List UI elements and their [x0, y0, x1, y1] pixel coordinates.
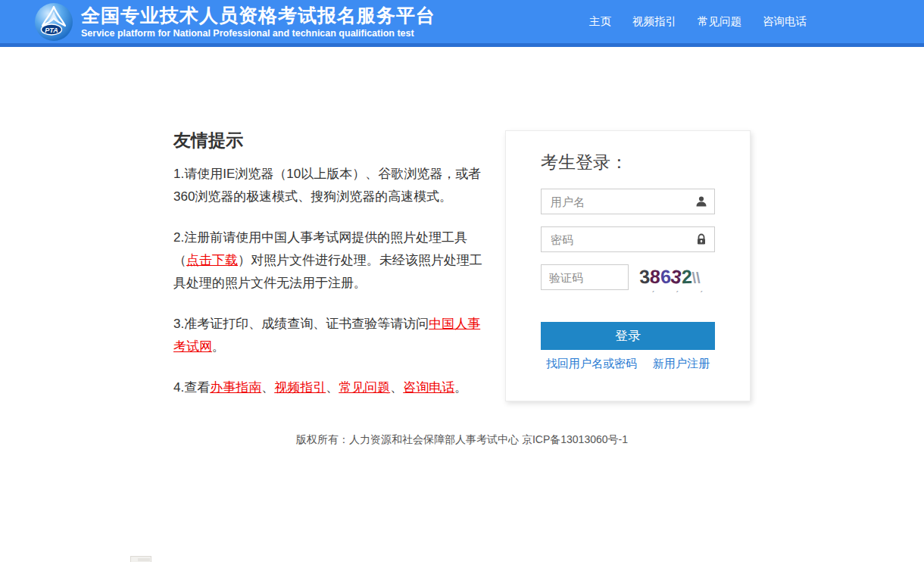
- header-titles: 全国专业技术人员资格考试报名服务平台 Service platform for …: [81, 5, 435, 39]
- header-nav: 主页视频指引常见问题咨询电话: [568, 14, 807, 29]
- captcha-image[interactable]: ˏ ˏ ˏ 38632\\: [639, 264, 715, 293]
- nav-home[interactable]: 主页: [589, 14, 611, 29]
- username-field: [541, 189, 715, 214]
- captcha-char: 2: [681, 265, 692, 288]
- tip-paragraph: 1.请使用IE浏览器（10以上版本）、谷歌浏览器，或者360浏览器的极速模式、搜…: [173, 163, 488, 208]
- cropped-bottom-artifact: [130, 556, 151, 562]
- tips-heading: 友情提示: [173, 130, 488, 151]
- username-input[interactable]: [541, 189, 715, 214]
- captcha-field: [541, 264, 629, 290]
- password-field: [541, 226, 715, 252]
- user-icon: [695, 195, 707, 208]
- main-content: 友情提示 1.请使用IE浏览器（10以上版本）、谷歌浏览器，或者360浏览器的极…: [173, 130, 751, 401]
- nav-faq[interactable]: 常见问题: [698, 14, 741, 29]
- footer: 版权所有：人力资源和社会保障部人事考试中心 京ICP备13013060号-1: [0, 433, 924, 447]
- login-title: 考生登录：: [541, 152, 715, 172]
- forgot-password-link[interactable]: 找回用户名或密码: [546, 357, 637, 371]
- pta-logo-icon: PTA: [34, 2, 73, 42]
- nav-video-guide[interactable]: 视频指引: [632, 14, 676, 29]
- video-guide-link[interactable]: 视频指引: [274, 380, 326, 395]
- site-subtitle: Service platform for National Profession…: [81, 28, 435, 39]
- download-link[interactable]: 点击下载: [186, 253, 238, 267]
- captcha-input[interactable]: [541, 264, 629, 290]
- header: PTA 全国专业技术人员资格考试报名服务平台 Service platform …: [0, 0, 924, 47]
- captcha-row: ˏ ˏ ˏ 38632\\: [541, 264, 715, 293]
- login-button[interactable]: 登录: [541, 322, 715, 350]
- nav-hotline[interactable]: 咨询电话: [763, 14, 807, 29]
- tips-list: 1.请使用IE浏览器（10以上版本）、谷歌浏览器，或者360浏览器的极速模式、搜…: [173, 163, 488, 399]
- register-link[interactable]: 新用户注册: [653, 357, 710, 371]
- tip-paragraph: 2.注册前请使用中国人事考试网提供的照片处理工具（点击下载）对照片文件进行处理。…: [173, 226, 488, 295]
- login-panel: 考生登录：: [505, 130, 751, 401]
- captcha-char: 8: [649, 265, 660, 289]
- login-links: 找回用户名或密码 新用户注册: [541, 350, 715, 371]
- hotline-link[interactable]: 咨询电话: [403, 380, 454, 395]
- tips-section: 友情提示 1.请使用IE浏览器（10以上版本）、谷歌浏览器，或者360浏览器的极…: [173, 130, 488, 399]
- tip-paragraph: 4.查看办事指南、视频指引、常见问题、咨询电话。: [173, 376, 488, 399]
- site-title: 全国专业技术人员资格考试报名服务平台: [81, 5, 435, 26]
- header-brand: PTA 全国专业技术人员资格考试报名服务平台 Service platform …: [34, 2, 435, 42]
- guide-link[interactable]: 办事指南: [210, 380, 261, 395]
- tip-paragraph: 3.准考证打印、成绩查询、证书查验等请访问中国人事考试网。: [173, 313, 488, 358]
- copyright-text: 版权所有：人力资源和社会保障部人事考试中心 京ICP备13013060号-1: [296, 433, 628, 445]
- svg-text:PTA: PTA: [45, 26, 58, 33]
- faq-link[interactable]: 常见问题: [339, 380, 390, 395]
- password-input[interactable]: [541, 226, 715, 252]
- page: PTA 全国专业技术人员资格考试报名服务平台 Service platform …: [0, 0, 924, 562]
- lock-icon: [695, 233, 707, 245]
- cpta-site-link[interactable]: 中国人事考试网: [173, 317, 480, 354]
